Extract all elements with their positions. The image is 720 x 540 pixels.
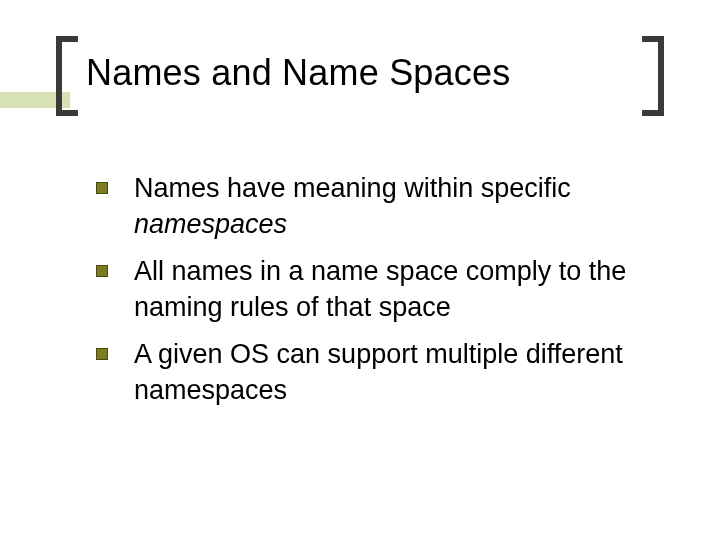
bullet-text: A given OS can support multiple differen… [134,336,660,409]
bullet-text-plain: Names have meaning within specific [134,173,571,203]
bullet-text: All names in a name space comply to the … [134,253,660,326]
bullet-text-plain: All names in a name space comply to the … [134,256,626,322]
bullet-text-italic: namespaces [134,209,287,239]
list-item: All names in a name space comply to the … [96,253,660,326]
square-bullet-icon [96,182,108,194]
title-bracket-left [56,36,78,116]
slide: Names and Name Spaces Names have meaning… [0,0,720,540]
bullet-text-plain: A given OS can support multiple differen… [134,339,623,405]
slide-title: Names and Name Spaces [86,52,510,94]
list-item: A given OS can support multiple differen… [96,336,660,409]
title-bracket-right [642,36,664,116]
list-item: Names have meaning within specific names… [96,170,660,243]
square-bullet-icon [96,348,108,360]
square-bullet-icon [96,265,108,277]
slide-body: Names have meaning within specific names… [96,170,660,419]
bullet-text: Names have meaning within specific names… [134,170,660,243]
